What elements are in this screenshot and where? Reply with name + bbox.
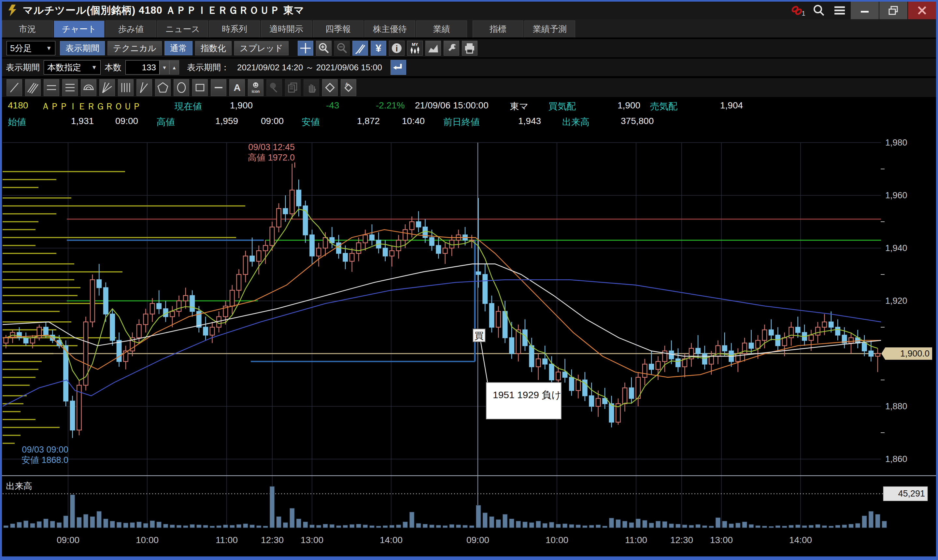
tab-業績予測[interactable]: 業績予測: [524, 20, 575, 37]
volume-bar: [277, 516, 282, 528]
ellipse-icon[interactable]: [174, 79, 189, 96]
candle-down: [110, 314, 114, 340]
volume-bar: [196, 525, 201, 528]
volume-bar: [123, 523, 128, 528]
candle-down: [383, 248, 387, 256]
tab-業績[interactable]: 業績: [416, 20, 467, 37]
restore-button[interactable]: [879, 2, 907, 19]
minimize-button[interactable]: [851, 2, 879, 19]
bar-count-input[interactable]: 133: [125, 60, 160, 75]
candle-down: [310, 235, 314, 256]
candle-down: [97, 280, 101, 288]
link-group-icon[interactable]: 1: [787, 2, 809, 19]
horizontal-lines-2-icon[interactable]: [44, 79, 59, 96]
rectangle-icon[interactable]: [192, 79, 208, 96]
volume-bar: [163, 524, 168, 528]
candle-down: [722, 346, 727, 351]
zoom-in-icon[interactable]: [316, 41, 331, 56]
volume-bar: [629, 523, 634, 528]
text-icon[interactable]: A: [229, 79, 245, 96]
tab-適時開示[interactable]: 適時開示: [261, 20, 312, 37]
volume-bar: [576, 525, 581, 528]
candle-up: [363, 235, 367, 243]
count-up-button[interactable]: ▲: [169, 60, 179, 75]
quote-prev: 1,943: [518, 116, 541, 126]
volume-bar: [83, 514, 88, 528]
eraser-all-icon[interactable]: A: [341, 79, 356, 96]
toolbar-button-スプレッド[interactable]: スプレッド: [234, 41, 288, 55]
tab-指標[interactable]: 指標: [473, 20, 524, 37]
volume-bar: [729, 523, 734, 528]
reload-period-button[interactable]: [391, 60, 406, 75]
menu-icon[interactable]: [829, 2, 850, 19]
volume-bar: [682, 525, 687, 528]
count-down-button[interactable]: ▼: [160, 60, 169, 75]
toolbar-button-通常[interactable]: 通常: [165, 41, 193, 55]
info-icon[interactable]: i: [389, 41, 405, 56]
vertical-lines-icon[interactable]: [118, 79, 134, 96]
volume-bar: [436, 525, 441, 528]
toolbar-button-指数化[interactable]: 指数化: [195, 41, 231, 55]
angle-fan-icon[interactable]: [137, 79, 152, 96]
stamp-icon-icon[interactable]: icon: [248, 79, 263, 96]
price-chart[interactable]: 1,9801,9601,9401,9201,8801,8601,900.045,…: [0, 129, 938, 557]
volume-bar: [689, 525, 694, 528]
candle-down: [430, 238, 434, 246]
horizontal-lines-3-icon[interactable]: [62, 79, 78, 96]
print-icon[interactable]: [462, 41, 477, 56]
volume-bar: [502, 514, 507, 528]
buy-marker-label: 買: [474, 331, 484, 341]
fan-lines-icon[interactable]: [99, 79, 115, 96]
my-chart-icon[interactable]: MY: [407, 41, 423, 56]
pentagon-icon[interactable]: [155, 79, 171, 96]
volume-bar: [336, 526, 341, 528]
volume-bar: [622, 521, 627, 528]
search-icon[interactable]: [809, 2, 829, 19]
volume-bar: [483, 513, 488, 528]
candle-down: [416, 222, 420, 227]
volume-bar: [183, 526, 188, 528]
tab-ニュース[interactable]: ニュース: [157, 20, 208, 37]
horizontal-segment-icon[interactable]: [211, 79, 226, 96]
svg-text:A: A: [345, 82, 348, 87]
quote-code: 4180: [8, 100, 28, 111]
quote-ask-label: 売気配: [650, 100, 678, 113]
toolbar-button-テクニカル[interactable]: テクニカル: [108, 41, 162, 55]
tab-四季報[interactable]: 四季報: [313, 20, 363, 37]
close-button[interactable]: [908, 2, 936, 19]
svg-text:A: A: [234, 82, 241, 93]
wrench-icon[interactable]: [444, 41, 459, 56]
trade-tooltip[interactable]: [486, 383, 561, 419]
candle-down: [749, 343, 753, 348]
tab-歩み値[interactable]: 歩み値: [106, 20, 156, 37]
yen-icon[interactable]: ¥: [371, 41, 386, 56]
interval-select[interactable]: 5分足 ▼: [6, 41, 55, 55]
parallel-channel-icon[interactable]: [25, 79, 41, 96]
toolbar-button-表示期間[interactable]: 表示期間: [60, 41, 105, 55]
volume-bar: [456, 525, 461, 528]
volume-bar: [50, 521, 55, 528]
candle-down: [370, 235, 374, 240]
volume-bar: [589, 525, 594, 528]
volume-bar: [636, 518, 641, 528]
tab-株主優待[interactable]: 株主優待: [365, 20, 415, 37]
volume-bar: [310, 525, 315, 528]
period-mode-select[interactable]: 本数指定 ▼: [44, 60, 101, 75]
candle-down: [676, 359, 680, 367]
volume-bar: [270, 486, 274, 528]
volume-bar: [523, 522, 528, 528]
fibonacci-arc-icon[interactable]: [81, 79, 96, 96]
tab-市況[interactable]: 市況: [2, 20, 53, 37]
area-chart-icon[interactable]: [425, 41, 441, 56]
tab-チャート[interactable]: チャート: [54, 20, 105, 37]
eraser-icon[interactable]: [322, 79, 338, 96]
y-axis-label: 1,980: [885, 138, 907, 148]
candle-up: [596, 398, 600, 406]
pencil-icon[interactable]: [353, 41, 368, 56]
quote-row-1: 4180ＡＰＰＩＥＲＧＲＯＵＰ現在値1,900-43-2.21%21/09/06…: [2, 98, 936, 113]
crosshair-icon[interactable]: [298, 41, 313, 56]
trend-line-icon[interactable]: [6, 79, 22, 96]
volume-bar: [137, 522, 141, 528]
tab-時系列[interactable]: 時系列: [209, 20, 260, 37]
candle-down: [629, 388, 633, 398]
